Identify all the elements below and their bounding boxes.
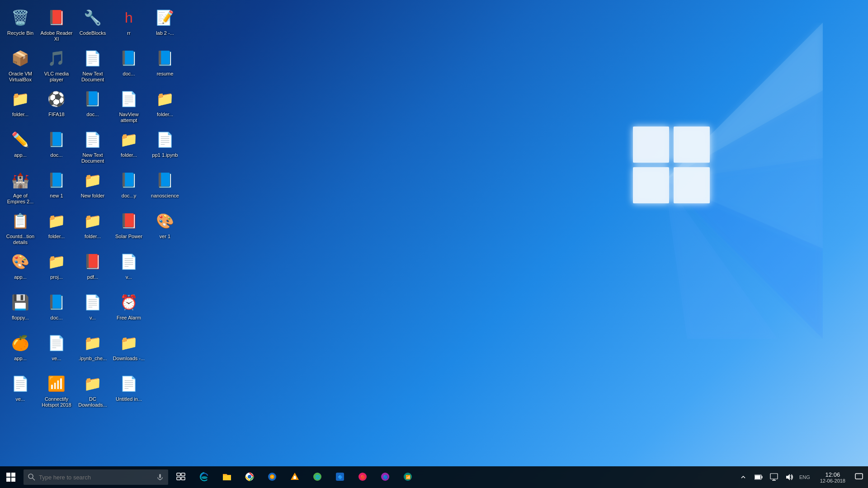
search-input[interactable]: [39, 474, 153, 481]
icon-age-of-empires[interactable]: 🏰 Age of Empires 2...: [2, 167, 38, 208]
icon-connectify[interactable]: 📶 Connectify Hotspot 2018: [38, 371, 75, 411]
new-folder-label: New folder: [81, 193, 105, 199]
svg-text:🔴: 🔴: [360, 474, 366, 480]
taskbar-chrome[interactable]: [239, 466, 260, 488]
taskbar-wifi-app[interactable]: 📶: [397, 466, 419, 488]
svg-point-27: [271, 476, 273, 478]
taskbar-vlc[interactable]: [284, 466, 306, 488]
new-text-doc-label: New Text Document: [76, 71, 109, 83]
clock-time: 12:06: [826, 471, 840, 478]
icon-navview[interactable]: 📄 NavView attempt: [111, 86, 147, 127]
taskbar-app7[interactable]: 🔷: [329, 466, 351, 488]
icon-yellow-folder[interactable]: 📁 folder...: [75, 208, 111, 249]
icon-cpp-lab2[interactable]: 📝 lab 2 -...: [147, 5, 183, 45]
new-text2-label: New Text Document: [76, 152, 109, 164]
icon-untitled[interactable]: 📄 Untitled in...: [111, 371, 147, 411]
taskbar-app8[interactable]: 🔴: [352, 466, 373, 488]
icon-word3[interactable]: 📘 doc...: [111, 45, 147, 86]
tray-volume[interactable]: [782, 466, 797, 488]
app7-icon: 🔷: [335, 472, 345, 482]
icon-new-text-doc[interactable]: 📄 New Text Document: [75, 45, 111, 86]
taskbar-file-explorer[interactable]: [216, 466, 238, 488]
icon-folder2[interactable]: 📁 folder...: [38, 208, 75, 249]
icon-dc-downloads[interactable]: 📁 DC Downloads...: [75, 371, 111, 411]
icon-pp1[interactable]: 📄 pp1 1.ipynb: [147, 127, 183, 167]
icon-ipynb[interactable]: 📁 .ipynb_che...: [75, 330, 111, 371]
new1-icon: 📘: [46, 169, 67, 191]
icon-free-alarm[interactable]: ⏰ Free Alarm: [111, 289, 147, 330]
tray-battery[interactable]: [751, 466, 766, 488]
icon-proj[interactable]: 📁 proj...: [38, 249, 75, 289]
svg-rect-17: [177, 473, 180, 476]
taskbar-firefox[interactable]: [261, 466, 283, 488]
icon-new-folder[interactable]: 📁 New folder: [75, 167, 111, 208]
svg-text:📶: 📶: [406, 474, 411, 480]
svg-text:🔵: 🔵: [383, 474, 388, 480]
icon-new1[interactable]: 📘 new 1: [38, 167, 75, 208]
icon-oracle-vm[interactable]: 📦 Oracle VM VirtualBox: [2, 45, 38, 86]
proj-label: proj...: [50, 274, 63, 280]
icon-countdown[interactable]: 📋 Countd...tion details: [2, 208, 38, 249]
taskbar-app6[interactable]: 🌐: [307, 466, 328, 488]
word1-icon: 📘: [46, 129, 67, 150]
tray-show-hidden[interactable]: [736, 466, 750, 488]
desktop: 🗑️ Recycle Bin 📦 Oracle VM VirtualBox 📁 …: [0, 0, 868, 488]
icon-codeblocks[interactable]: 🔧 CodeBlocks: [75, 5, 111, 45]
tray-language[interactable]: ENG: [797, 474, 812, 480]
icon-ver1[interactable]: 🎨 ver 1: [147, 208, 183, 249]
tray-network[interactable]: [767, 466, 781, 488]
task-view-button[interactable]: [170, 466, 192, 488]
icon-rr[interactable]: h rr: [111, 5, 147, 45]
taskbar: 🌐 🔷 🔴 🔵: [0, 466, 868, 488]
new-text-doc-icon: 📄: [82, 47, 104, 69]
clock[interactable]: 12:06 12-06-2018: [816, 466, 850, 488]
countdown-label: Countd...tion details: [4, 234, 37, 245]
icon-ve4[interactable]: 📄 v...: [111, 249, 147, 289]
icon-folder3[interactable]: 📁 folder...: [111, 127, 147, 167]
taskbar-edge[interactable]: [193, 466, 215, 488]
volume-icon: [785, 473, 793, 481]
floppy-icon: 💾: [9, 291, 31, 313]
adobe-label: Adobe Reader XI: [40, 30, 73, 42]
icon-doc2[interactable]: 📘 doc...: [38, 289, 75, 330]
icon-floppy[interactable]: 💾 floppy...: [2, 289, 38, 330]
icon-ve3[interactable]: 📄 v...: [75, 289, 111, 330]
codeblocks-label: CodeBlocks: [80, 30, 106, 36]
icon-new-text2[interactable]: 📄 New Text Document: [75, 127, 111, 167]
folder3-icon: 📁: [118, 129, 140, 150]
icon-ve2[interactable]: 📄 ve...: [38, 330, 75, 371]
icon-fifa18[interactable]: ⚽ FIFA18: [38, 86, 75, 127]
ve3-label: v...: [90, 315, 96, 321]
icon-app1[interactable]: 🎨 app...: [2, 249, 38, 289]
icon-folder1[interactable]: 📁 folder...: [2, 86, 38, 127]
icon-vlc[interactable]: 🎵 VLC media player: [38, 45, 75, 86]
app1-icon: 🎨: [9, 251, 31, 272]
icon-pencil[interactable]: ✏️ app...: [2, 127, 38, 167]
yellow-folder-icon: 📁: [82, 210, 104, 232]
pencil-label: app...: [14, 152, 27, 158]
new-text2-icon: 📄: [82, 129, 104, 150]
search-bar[interactable]: [24, 469, 168, 485]
icon-app-fruit[interactable]: 🍊 app...: [2, 330, 38, 371]
icon-downloads[interactable]: 📁 Downloads -...: [111, 330, 147, 371]
icon-word1[interactable]: 📘 doc...: [38, 127, 75, 167]
task-view-icon: [176, 473, 185, 482]
icon-recycle-bin[interactable]: 🗑️ Recycle Bin: [2, 5, 38, 45]
icon-nanoscience[interactable]: 📘 nanoscience: [147, 167, 183, 208]
icon-ve1[interactable]: 📄 ve...: [2, 371, 38, 411]
icon-adobe[interactable]: 📕 Adobe Reader XI: [38, 5, 75, 45]
icon-word4[interactable]: 📘 doc...y: [111, 167, 147, 208]
taskbar-app9[interactable]: 🔵: [374, 466, 396, 488]
icon-resume[interactable]: 📘 resume: [147, 45, 183, 86]
svg-rect-42: [761, 476, 762, 479]
fifa-icon: ⚽: [46, 88, 67, 110]
icon-solar-power[interactable]: 📕 Solar Power: [111, 208, 147, 249]
notification-button[interactable]: [850, 466, 868, 488]
icon-pdf1[interactable]: 📕 pdf...: [75, 249, 111, 289]
icon-folder4[interactable]: 📁 folder...: [147, 86, 183, 127]
word3-label: doc...: [123, 71, 135, 77]
ve3-icon: 📄: [82, 291, 104, 313]
folder2-icon: 📁: [46, 210, 67, 232]
icon-word2[interactable]: 📘 doc...: [75, 86, 111, 127]
start-button[interactable]: [0, 466, 22, 488]
